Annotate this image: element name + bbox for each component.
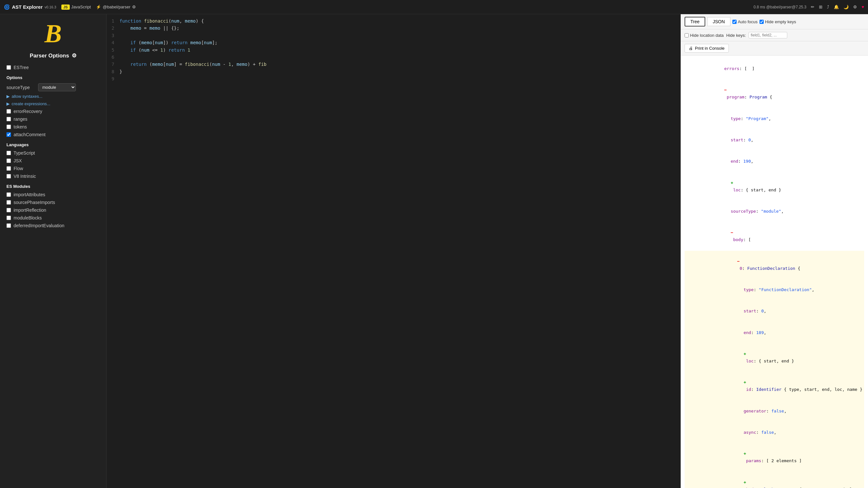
typescript-checkbox[interactable] xyxy=(6,151,11,155)
parser-options-settings-icon[interactable]: ⚙ xyxy=(72,52,76,59)
ranges-checkbox[interactable] xyxy=(6,117,11,121)
parser-selector[interactable]: ⚡ @babel/parser ⚙ xyxy=(96,4,135,9)
ast-async-line: async: false, xyxy=(685,422,864,443)
language-selector[interactable]: JS JavaScript xyxy=(61,4,91,10)
line-num-8: 8 xyxy=(106,68,120,75)
share-icon[interactable]: ⤴ xyxy=(827,4,829,9)
bell-icon[interactable]: 🔔 xyxy=(834,4,839,9)
hide-empty-label: Hide empty keys xyxy=(765,20,796,24)
line-content-5: if (num <= 1) return 1 xyxy=(120,46,680,54)
v8-option[interactable]: V8 Intrinsic xyxy=(0,172,106,180)
line-content-9 xyxy=(120,75,680,82)
hide-empty-checkbox[interactable] xyxy=(760,20,764,24)
hide-keys-input[interactable] xyxy=(748,32,787,38)
moon-icon[interactable]: 🌙 xyxy=(843,4,848,9)
print-console-label: Print in Console xyxy=(695,46,724,51)
code-editor-area[interactable]: 1 function fibonacci(num, memo) { 2 memo… xyxy=(106,14,681,488)
errorrecovery-checkbox[interactable] xyxy=(6,109,11,113)
auto-focus-checkbox[interactable] xyxy=(733,20,737,24)
ranges-option[interactable]: ranges xyxy=(0,115,106,123)
importreflection-option[interactable]: importReflection xyxy=(0,206,106,214)
parser-icon: ⚡ xyxy=(96,4,101,9)
estree-option[interactable]: ESTree xyxy=(0,64,106,71)
heart-icon[interactable]: ♥ xyxy=(862,4,864,9)
deferredimport-label: deferredImportEvaluation xyxy=(13,223,64,228)
importattributes-option[interactable]: importAttributes xyxy=(0,191,106,198)
params-expand[interactable]: + xyxy=(744,451,746,456)
line-content-4: if (memo[num]) return memo[num]; xyxy=(120,39,680,46)
sourcetype-option[interactable]: sourceType module script unambiguous xyxy=(0,82,106,93)
estree-checkbox[interactable] xyxy=(6,65,11,70)
hide-location-label: Hide location data xyxy=(690,33,724,38)
moduleblocks-label: moduleBlocks xyxy=(13,215,42,221)
allow-syntaxes-label: allow syntaxes... xyxy=(11,94,42,99)
sourcephaseimports-option[interactable]: sourcePhaseImports xyxy=(0,198,106,206)
importreflection-label: importReflection xyxy=(13,207,46,213)
ast-content[interactable]: errors: [ ] − program: Program { type: "… xyxy=(681,56,868,488)
moduleblocks-option[interactable]: moduleBlocks xyxy=(0,214,106,222)
v8-checkbox[interactable] xyxy=(6,174,11,178)
program-collapse[interactable]: − xyxy=(724,88,727,92)
loc-expand[interactable]: + xyxy=(731,181,733,185)
importreflection-checkbox[interactable] xyxy=(6,208,11,213)
code-editor[interactable]: 1 function fibonacci(num, memo) { 2 memo… xyxy=(106,14,680,488)
fn-body-expand[interactable]: + xyxy=(744,480,746,485)
jsx-checkbox[interactable] xyxy=(6,159,11,163)
ast-sourcetype-line: sourceType: "module", xyxy=(685,201,864,222)
line-content-1: function fibonacci(num, memo) { xyxy=(120,18,680,25)
flow-checkbox[interactable] xyxy=(6,166,11,171)
tokens-option[interactable]: tokens xyxy=(0,123,106,131)
layout-icon[interactable]: ⊞ xyxy=(819,4,823,9)
sourcephaseimports-checkbox[interactable] xyxy=(6,200,11,205)
estree-label: ESTree xyxy=(13,65,29,70)
ast-fn-end-line: end: 189, xyxy=(685,322,864,343)
body-collapse[interactable]: − xyxy=(731,230,733,235)
hide-keys-label: Hide keys: xyxy=(726,33,746,38)
tokens-checkbox[interactable] xyxy=(6,125,11,129)
importattributes-checkbox[interactable] xyxy=(6,192,11,197)
edit-icon[interactable]: ✏ xyxy=(811,4,814,9)
logo-icon: 🌀 xyxy=(4,4,10,10)
create-expressions-row[interactable]: ▶ create expressions... xyxy=(0,100,106,107)
sidebar-logo: B xyxy=(0,14,106,50)
ast-program-line: − program: Program { xyxy=(685,79,864,108)
github-icon[interactable]: ⚙ xyxy=(853,4,857,9)
fn-collapse[interactable]: − xyxy=(737,259,740,264)
topbar-right: 0.8 ms @babel/parser@7.25.3 ✏ ⊞ ⤴ 🔔 🌙 ⚙ … xyxy=(753,4,864,9)
deferredimport-option[interactable]: deferredImportEvaluation xyxy=(0,222,106,229)
errorrecovery-option[interactable]: errorRecovery xyxy=(0,107,106,115)
hide-location-checkbox[interactable] xyxy=(685,33,689,37)
language-label: JavaScript xyxy=(71,4,91,9)
fn-loc-expand[interactable]: + xyxy=(744,352,746,356)
allow-syntaxes-row[interactable]: ▶ allow syntaxes... xyxy=(0,93,106,100)
moduleblocks-checkbox[interactable] xyxy=(6,216,11,220)
line-num-6: 6 xyxy=(106,54,120,61)
v8-label: V8 Intrinsic xyxy=(13,174,36,179)
code-line-5: 5 if (num <= 1) return 1 xyxy=(106,46,680,54)
create-expressions-label: create expressions... xyxy=(11,101,51,106)
deferredimport-checkbox[interactable] xyxy=(6,223,11,228)
app-logo[interactable]: 🌀 AST Explorer v0.16.3 xyxy=(4,4,56,10)
attachcomment-checkbox[interactable] xyxy=(6,132,11,137)
jsx-label: JSX xyxy=(13,158,22,163)
auto-focus-option[interactable]: Auto focus xyxy=(733,20,757,24)
code-line-3: 3 xyxy=(106,32,680,39)
ast-toolbar3: 🖨 Print in Console xyxy=(681,41,868,56)
expand-arrow: ▶ xyxy=(6,94,10,99)
code-line-9: 9 xyxy=(106,75,680,82)
flow-option[interactable]: Flow xyxy=(0,165,106,172)
attachcomment-option[interactable]: attachComment xyxy=(0,131,106,138)
ast-body2-line: + body: BlockStatement { type, start, en… xyxy=(685,471,864,488)
auto-focus-label: Auto focus xyxy=(738,20,757,24)
sourcetype-select[interactable]: module script unambiguous xyxy=(38,83,76,91)
jsx-option[interactable]: JSX xyxy=(0,157,106,165)
print-console-button[interactable]: 🖨 Print in Console xyxy=(685,44,729,53)
typescript-option[interactable]: TypeScript xyxy=(0,149,106,157)
fn-id-expand[interactable]: + xyxy=(744,380,746,385)
code-line-7: 7 return (memo[num] = fibonacci(num - 1,… xyxy=(106,61,680,68)
code-line-4: 4 if (memo[num]) return memo[num]; xyxy=(106,39,680,46)
hide-location-option[interactable]: Hide location data xyxy=(685,33,724,38)
json-tab[interactable]: JSON xyxy=(707,17,730,26)
hide-empty-option[interactable]: Hide empty keys xyxy=(760,20,796,24)
tree-tab[interactable]: Tree xyxy=(685,17,705,27)
